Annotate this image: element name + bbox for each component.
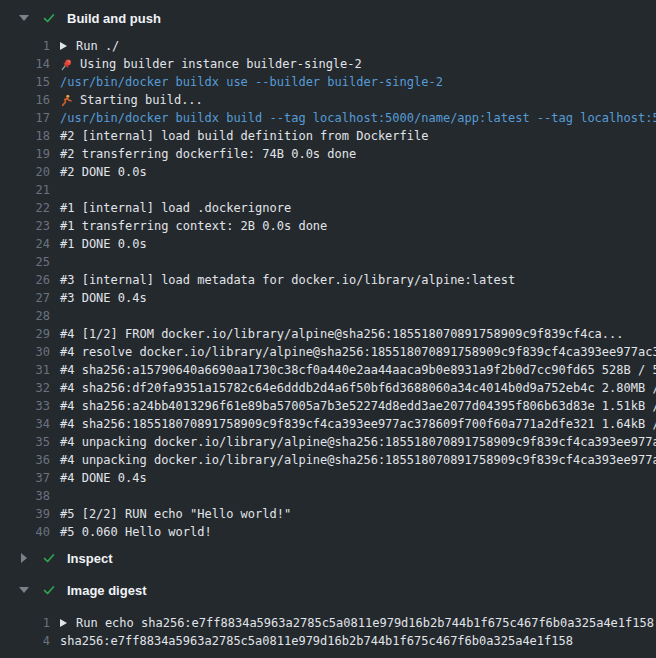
- line-number[interactable]: 17: [0, 111, 50, 125]
- line-number[interactable]: 14: [0, 57, 50, 71]
- log-text: /usr/bin/docker buildx use --builder bui…: [50, 75, 443, 89]
- log-text: Run ./: [50, 39, 119, 53]
- log-text-content: /usr/bin/docker buildx use --builder bui…: [60, 75, 443, 89]
- log-line: 36#4 unpacking docker.io/library/alpine@…: [0, 451, 656, 469]
- log-text-content: Starting build...: [80, 93, 203, 107]
- line-number[interactable]: 22: [0, 201, 50, 215]
- line-number[interactable]: 4: [0, 634, 50, 648]
- line-number[interactable]: 23: [0, 219, 50, 233]
- log-line: 33#4 sha256:a24bb4013296f61e89ba57005a7b…: [0, 397, 656, 415]
- section-title: Image digest: [67, 583, 146, 598]
- chevron-right-icon[interactable]: [21, 553, 27, 563]
- line-number[interactable]: 27: [0, 291, 50, 305]
- check-icon: [42, 551, 56, 565]
- section-title: Inspect: [67, 551, 113, 566]
- log-text: #4 sha256:a24bb4013296f61e89ba57005a7b3e…: [50, 399, 656, 413]
- check-icon: [42, 583, 56, 597]
- log-text-content: sha256:e7ff8834a5963a2785c5a0811e979d16b…: [60, 634, 573, 648]
- log-text: /usr/bin/docker buildx build --tag local…: [50, 111, 656, 125]
- line-number[interactable]: 36: [0, 453, 50, 467]
- log-line: 40#5 0.060 Hello world!: [0, 523, 656, 541]
- chevron-down-icon[interactable]: [19, 587, 29, 593]
- log-text-content: #3 DONE 0.4s: [60, 291, 147, 305]
- log-line: 29#4 [1/2] FROM docker.io/library/alpine…: [0, 325, 656, 343]
- line-number[interactable]: 31: [0, 363, 50, 377]
- line-number[interactable]: 28: [0, 309, 50, 323]
- line-number[interactable]: 20: [0, 165, 50, 179]
- log-text-content: Run echo sha256:e7ff8834a5963a2785c5a081…: [76, 616, 654, 630]
- line-number[interactable]: 24: [0, 237, 50, 251]
- line-number[interactable]: 16: [0, 93, 50, 107]
- log-text: #4 [1/2] FROM docker.io/library/alpine@s…: [50, 327, 624, 341]
- section-header-image-digest[interactable]: Image digest: [0, 580, 656, 600]
- log-line: 16Starting build...: [0, 91, 656, 109]
- log-text-content: /usr/bin/docker buildx build --tag local…: [60, 111, 656, 125]
- pushpin-icon: [60, 58, 73, 71]
- log-text: #1 transferring context: 2B 0.0s done: [50, 219, 327, 233]
- section-build-and-push: Build and push 1Run ./14Using builder in…: [0, 8, 656, 541]
- runner-icon: [60, 94, 73, 107]
- line-number[interactable]: 35: [0, 435, 50, 449]
- log-text-content: #2 DONE 0.0s: [60, 165, 147, 179]
- line-number[interactable]: 39: [0, 507, 50, 521]
- line-number[interactable]: 15: [0, 75, 50, 89]
- section-title: Build and push: [67, 11, 161, 26]
- play-icon[interactable]: [60, 619, 67, 627]
- log-lines-image-digest: 1Run echo sha256:e7ff8834a5963a2785c5a08…: [0, 614, 656, 650]
- line-number[interactable]: 1: [0, 616, 50, 630]
- log-text: #3 [internal] load metadata for docker.i…: [50, 273, 515, 287]
- log-text-content: #4 unpacking docker.io/library/alpine@sh…: [60, 453, 656, 467]
- line-number[interactable]: 40: [0, 525, 50, 539]
- line-number[interactable]: 34: [0, 417, 50, 431]
- line-number[interactable]: 30: [0, 345, 50, 359]
- line-number[interactable]: 37: [0, 471, 50, 485]
- log-text-content: #2 [internal] load build definition from…: [60, 129, 428, 143]
- log-text: #2 [internal] load build definition from…: [50, 129, 428, 143]
- log-line: 22#1 [internal] load .dockerignore: [0, 199, 656, 217]
- line-number[interactable]: 25: [0, 255, 50, 269]
- log-line: 20#2 DONE 0.0s: [0, 163, 656, 181]
- line-number[interactable]: 38: [0, 489, 50, 503]
- log-line: 21: [0, 181, 656, 199]
- log-line: 14Using builder instance builder-single-…: [0, 55, 656, 73]
- log-line: 39#5 [2/2] RUN echo "Hello world!": [0, 505, 656, 523]
- log-text-content: #1 transferring context: 2B 0.0s done: [60, 219, 327, 233]
- log-text: #4 sha256:df20fa9351a15782c64e6dddb2d4a6…: [50, 381, 656, 395]
- log-text: #4 unpacking docker.io/library/alpine@sh…: [50, 453, 656, 467]
- log-text: #5 0.060 Hello world!: [50, 525, 212, 539]
- section-header-build-and-push[interactable]: Build and push: [0, 8, 656, 28]
- line-number[interactable]: 29: [0, 327, 50, 341]
- section-header-inspect[interactable]: Inspect: [0, 548, 656, 568]
- line-number[interactable]: 18: [0, 129, 50, 143]
- log-text: #4 sha256:a15790640a6690aa1730c38cf0a440…: [50, 363, 656, 377]
- log-text: #2 transferring dockerfile: 74B 0.0s don…: [50, 147, 356, 161]
- log-line: 37#4 DONE 0.4s: [0, 469, 656, 487]
- log-line: 25: [0, 253, 656, 271]
- log-line: 35#4 unpacking docker.io/library/alpine@…: [0, 433, 656, 451]
- log-text: #1 [internal] load .dockerignore: [50, 201, 291, 215]
- log-line: 38: [0, 487, 656, 505]
- log-text: #4 DONE 0.4s: [50, 471, 147, 485]
- section-inspect: Inspect: [0, 548, 656, 568]
- play-icon[interactable]: [60, 42, 67, 50]
- log-line: 34#4 sha256:185518070891758909c9f839cf4c…: [0, 415, 656, 433]
- line-number[interactable]: 32: [0, 381, 50, 395]
- line-number[interactable]: 19: [0, 147, 50, 161]
- log-line: 17/usr/bin/docker buildx build --tag loc…: [0, 109, 656, 127]
- log-text-content: #4 sha256:185518070891758909c9f839cf4ca3…: [60, 417, 656, 431]
- workflow-log-viewer: Build and push 1Run ./14Using builder in…: [0, 0, 656, 658]
- section-image-digest: Image digest 1Run echo sha256:e7ff8834a5…: [0, 580, 656, 650]
- log-line: 27#3 DONE 0.4s: [0, 289, 656, 307]
- log-text: #4 unpacking docker.io/library/alpine@sh…: [50, 435, 656, 449]
- log-line: 30#4 resolve docker.io/library/alpine@sh…: [0, 343, 656, 361]
- log-text: #4 sha256:185518070891758909c9f839cf4ca3…: [50, 417, 656, 431]
- line-number[interactable]: 21: [0, 183, 50, 197]
- chevron-down-icon[interactable]: [19, 15, 29, 21]
- line-number[interactable]: 1: [0, 39, 50, 53]
- log-text: sha256:e7ff8834a5963a2785c5a0811e979d16b…: [50, 634, 573, 648]
- log-text-content: #5 0.060 Hello world!: [60, 525, 212, 539]
- line-number[interactable]: 26: [0, 273, 50, 287]
- check-icon: [42, 11, 56, 25]
- line-number[interactable]: 33: [0, 399, 50, 413]
- log-lines-build-and-push: 1Run ./14Using builder instance builder-…: [0, 37, 656, 541]
